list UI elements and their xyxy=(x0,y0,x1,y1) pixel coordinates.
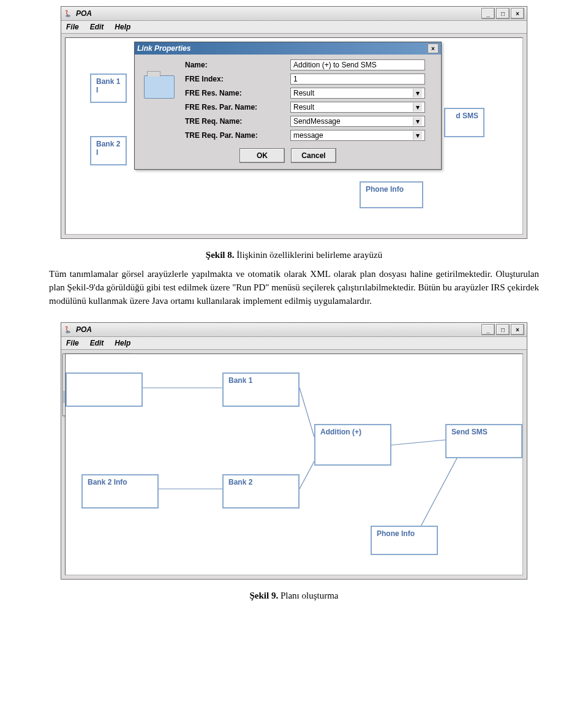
poa-window-2: POA _ □ × File Edit Help Save Schema Ope… xyxy=(61,322,527,580)
node-bank2-info[interactable]: Bank 2 Info xyxy=(81,474,159,509)
window-title: POA xyxy=(76,325,481,334)
node-send-sms-partial[interactable]: d SMS xyxy=(444,108,484,137)
dialog-form: Name: FRE Index: FRE Res. Name: Result▾ … xyxy=(185,59,425,141)
chevron-down-icon: ▾ xyxy=(413,117,422,126)
label-fre-index: FRE Index: xyxy=(185,75,288,83)
ok-button[interactable]: OK xyxy=(239,148,285,163)
node-phone-info[interactable]: Phone Info xyxy=(371,526,438,555)
dialog-titlebar: Link Properties × xyxy=(135,42,441,55)
menu-edit[interactable]: Edit xyxy=(90,339,104,347)
node-bank1-info[interactable] xyxy=(66,372,143,407)
combo-fre-res-par-name[interactable]: Result▾ xyxy=(290,102,425,113)
node-send-sms[interactable]: Send SMS xyxy=(445,424,522,458)
window-title: POA xyxy=(76,9,481,18)
cancel-button[interactable]: Cancel xyxy=(291,148,336,163)
menu-edit[interactable]: Edit xyxy=(90,23,104,31)
chevron-down-icon: ▾ xyxy=(413,89,422,97)
label-tre-req-name: TRE Req. Name: xyxy=(185,117,288,126)
close-button[interactable]: × xyxy=(511,324,524,335)
link-properties-dialog: Link Properties × Name: FRE Index: FRE R… xyxy=(134,42,442,170)
combo-tre-req-par-name[interactable]: message▾ xyxy=(290,130,425,141)
java-cup-icon xyxy=(64,325,72,334)
node-bank1[interactable]: Bank 1 xyxy=(222,372,300,407)
dialog-title: Link Properties xyxy=(137,44,428,53)
menu-help[interactable]: Help xyxy=(115,339,130,347)
maximize-button[interactable]: □ xyxy=(496,324,510,335)
node-phone-info[interactable]: Phone Info xyxy=(360,181,423,208)
canvas[interactable]: Bank 1 I Bank 2 I d SMS Phone Info Link … xyxy=(65,37,523,235)
figure-caption-9: Şekil 9. Planı oluşturma xyxy=(49,591,539,601)
label-fre-res-par-name: FRE Res. Par. Name: xyxy=(185,103,288,112)
label-tre-req-par-name: TRE Req. Par. Name: xyxy=(185,131,288,140)
menubar: File Edit Help xyxy=(61,21,527,34)
java-cup-icon xyxy=(64,9,72,18)
figure-caption-8: Şekil 8. İlişkinin özelliklerini belirle… xyxy=(49,250,539,260)
svg-line-3 xyxy=(300,388,314,437)
input-fre-index[interactable] xyxy=(290,74,425,85)
node-bank2[interactable]: Bank 2 xyxy=(222,474,300,509)
combo-tre-req-name[interactable]: SendMessage▾ xyxy=(290,116,425,127)
dialog-close-button[interactable]: × xyxy=(428,43,439,53)
titlebar: POA _ □ × xyxy=(61,323,527,337)
chevron-down-icon: ▾ xyxy=(413,131,422,140)
minimize-button[interactable]: _ xyxy=(481,8,495,19)
minimize-button[interactable]: _ xyxy=(481,324,495,335)
maximize-button[interactable]: □ xyxy=(496,8,510,19)
body-paragraph: Tüm tanımlamalar görsel arayüzlerle yapı… xyxy=(49,268,539,308)
node-bank2[interactable]: Bank 2 I xyxy=(90,136,127,165)
menu-file[interactable]: File xyxy=(66,339,79,347)
menu-help[interactable]: Help xyxy=(115,23,130,31)
input-name[interactable] xyxy=(290,59,425,70)
node-bank1[interactable]: Bank 1 I xyxy=(90,74,127,103)
titlebar: POA _ □ × xyxy=(61,7,527,21)
label-fre-res-name: FRE Res. Name: xyxy=(185,89,288,97)
dialog-icon xyxy=(140,59,179,115)
poa-window-1: POA _ □ × File Edit Help Bank 1 I Bank 2… xyxy=(61,6,527,239)
svg-line-5 xyxy=(300,461,314,489)
label-name: Name: xyxy=(185,61,288,69)
canvas[interactable]: Bank 1 Addition (+) Send SMS Bank 2 Info… xyxy=(65,354,523,575)
menubar: File Edit Help xyxy=(61,337,527,350)
close-button[interactable]: × xyxy=(511,8,524,19)
window-icon xyxy=(144,75,175,99)
node-addition[interactable]: Addition (+) xyxy=(314,424,391,466)
combo-fre-res-name[interactable]: Result▾ xyxy=(290,88,425,99)
chevron-down-icon: ▾ xyxy=(413,103,422,112)
menu-file[interactable]: File xyxy=(66,23,79,31)
